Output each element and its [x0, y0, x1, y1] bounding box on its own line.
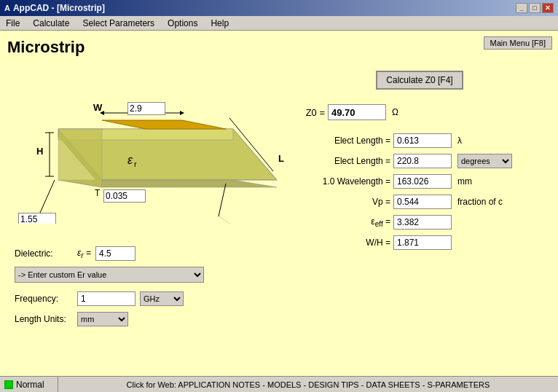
dielectric-row: Dielectric: εr =	[15, 246, 284, 261]
svg-text:ε: ε	[127, 154, 133, 166]
app-icon: A	[4, 4, 10, 12]
menu-bar: File Calculate Select Parameters Options…	[0, 16, 558, 31]
frequency-row: Frequency: GHz MHz KHz	[15, 291, 284, 306]
wh-value[interactable]	[393, 235, 452, 250]
elect-length1-value[interactable]	[393, 133, 452, 148]
elect-length2-value[interactable]	[393, 154, 452, 168]
menu-options[interactable]: Options	[165, 17, 200, 29]
z0-unit: Ω	[392, 107, 398, 117]
svg-text:T: T	[95, 188, 101, 198]
svg-marker-2	[102, 120, 226, 129]
wh-label: W/H =	[296, 238, 390, 248]
svg-line-17	[219, 184, 226, 216]
bottom-form: Dielectric: εr = -> Enter custom Er valu…	[15, 246, 284, 332]
status-label: Normal	[16, 380, 44, 390]
title-bar: A AppCAD - [Microstrip] _ □ ✕	[0, 0, 558, 16]
svg-text:W: W	[93, 102, 103, 113]
length-units-label: Length Units:	[15, 314, 73, 324]
frequency-input[interactable]	[77, 291, 135, 306]
dielectric-label: Dielectric:	[15, 248, 73, 259]
t-input[interactable]	[103, 189, 146, 203]
microstrip-diagram: W H ε r L	[15, 71, 291, 224]
main-content: Microstrip Main Menu [F8] W	[0, 31, 558, 376]
h-input[interactable]	[18, 213, 56, 224]
w-input[interactable]	[127, 102, 165, 115]
svg-line-18	[219, 216, 247, 224]
right-panel: Calculate Z0 [F4] Z0 = Ω Elect Length = …	[296, 71, 543, 256]
menu-select-parameters[interactable]: Select Parameters	[79, 17, 157, 29]
title-bar-left: A AppCAD - [Microstrip]	[4, 3, 105, 13]
vp-label: Vp =	[296, 197, 390, 207]
z0-value[interactable]	[328, 104, 386, 120]
eeff-row: εeff =	[296, 215, 543, 230]
main-menu-button[interactable]: Main Menu [F8]	[484, 36, 552, 50]
elect-length1-unit: λ	[457, 136, 462, 146]
wavelength-row: 1.0 Wavelength = mm	[296, 174, 543, 189]
custom-er-row: -> Enter custom Er value	[15, 267, 284, 283]
status-bar: Normal Click for Web: APPLICATION NOTES …	[0, 376, 558, 392]
svg-marker-5	[58, 129, 102, 187]
custom-er-select[interactable]: -> Enter custom Er value	[15, 267, 204, 283]
menu-help[interactable]: Help	[208, 17, 232, 29]
minimize-button[interactable]: _	[516, 3, 527, 13]
menu-calculate[interactable]: Calculate	[30, 17, 72, 29]
z0-result-row: Z0 = Ω	[296, 104, 543, 120]
title-bar-controls: _ □ ✕	[516, 3, 554, 13]
vp-unit: fraction of c	[457, 197, 503, 207]
svg-line-12	[40, 180, 55, 213]
wavelength-label: 1.0 Wavelength =	[296, 176, 390, 187]
calculate-z0-button[interactable]: Calculate Z0 [F4]	[376, 71, 463, 90]
frequency-unit-select[interactable]: GHz MHz KHz	[140, 291, 184, 306]
close-button[interactable]: ✕	[542, 3, 554, 13]
app-title: AppCAD - [Microstrip]	[13, 3, 105, 13]
vp-row: Vp = fraction of c	[296, 195, 543, 209]
diagram-area: W H ε r L	[15, 71, 306, 238]
wavelength-unit: mm	[457, 176, 472, 187]
status-web-link[interactable]: Click for Web: APPLICATION NOTES - MODEL…	[58, 380, 558, 389]
wavelength-value[interactable]	[393, 174, 452, 189]
menu-file[interactable]: File	[3, 17, 23, 29]
status-indicator	[4, 380, 13, 389]
frequency-label: Frequency:	[15, 294, 73, 304]
elect-length2-label: Elect Length =	[296, 156, 390, 166]
elect-length1-label: Elect Length =	[296, 136, 390, 146]
elect-length2-unit-select[interactable]: degrees radians	[457, 154, 512, 168]
eeff-label: εeff =	[296, 216, 390, 228]
length-units-row: Length Units: mm cm in mils	[15, 312, 284, 326]
er-label-form: εr =	[77, 248, 91, 259]
eeff-value[interactable]	[393, 215, 452, 230]
svg-text:H: H	[36, 146, 43, 157]
elect-length2-row: Elect Length = degrees radians	[296, 154, 543, 168]
svg-text:L: L	[278, 153, 284, 164]
z0-label: Z0 =	[296, 107, 325, 118]
maximize-button[interactable]: □	[529, 3, 541, 13]
status-normal: Normal	[0, 377, 58, 392]
vp-value[interactable]	[393, 195, 452, 209]
elect-length1-row: Elect Length = λ	[296, 133, 543, 148]
page-title: Microstrip	[7, 38, 551, 57]
wh-row: W/H =	[296, 235, 543, 250]
length-units-select[interactable]: mm cm in mils	[77, 312, 128, 326]
er-input[interactable]	[95, 246, 135, 261]
svg-text:r: r	[134, 160, 137, 168]
